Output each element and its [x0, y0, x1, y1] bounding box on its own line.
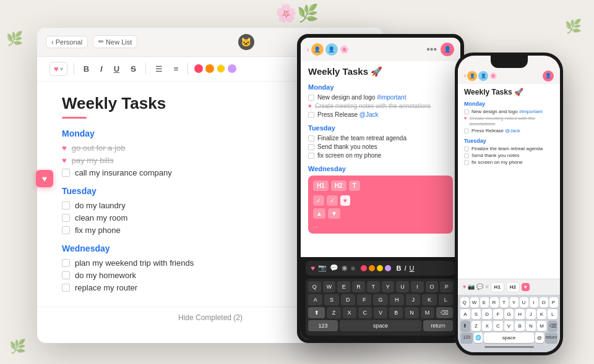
phone-key-shift[interactable]: ⬆ — [460, 321, 470, 331]
key-shift[interactable]: ⬆ — [308, 307, 325, 318]
phone-key-123[interactable]: 123 — [460, 332, 473, 343]
phone-key-e[interactable]: E — [480, 297, 489, 308]
task-checkbox[interactable] — [62, 284, 70, 292]
tablet-checkbox[interactable] — [308, 95, 314, 101]
color-dot-orange[interactable] — [369, 265, 375, 271]
toolbar-heart-icon[interactable]: ♥ — [311, 264, 315, 273]
phone-key-j[interactable]: J — [526, 309, 536, 320]
key-e[interactable]: E — [337, 281, 350, 292]
color-purple[interactable] — [228, 64, 236, 73]
heart-button[interactable]: ♥ ▾ — [50, 62, 67, 76]
phone-key-g[interactable]: G — [504, 309, 514, 320]
format-block-h2[interactable]: H2 — [506, 282, 520, 292]
key-space[interactable]: space — [340, 320, 421, 331]
phone-key-x[interactable]: X — [482, 321, 492, 331]
task-checkbox[interactable] — [62, 169, 70, 177]
phone-key-l[interactable]: L — [548, 309, 557, 320]
format-heart-icon[interactable]: ♥ — [463, 284, 466, 290]
phone-key-space[interactable]: space — [484, 332, 534, 343]
phone-key-q[interactable]: Q — [460, 297, 469, 308]
phone-key-d[interactable]: D — [482, 309, 492, 320]
phone-key-v[interactable]: V — [504, 321, 514, 331]
list-button-2[interactable]: ≡ — [171, 62, 182, 75]
phone-key-i[interactable]: I — [530, 297, 538, 308]
key-c[interactable]: C — [358, 307, 372, 318]
phone-key-return[interactable]: return — [545, 332, 557, 343]
phone-key-r[interactable]: R — [490, 297, 499, 308]
key-m[interactable]: M — [421, 307, 434, 318]
phone-key-globe[interactable]: 🌐 — [474, 332, 483, 343]
phone-key-k[interactable]: K — [537, 309, 547, 320]
key-123[interactable]: 123 — [308, 320, 338, 331]
key-b[interactable]: B — [389, 307, 403, 318]
format-heart-block[interactable]: ♥ — [522, 283, 530, 291]
new-list-button[interactable]: ✏ New List — [93, 35, 137, 48]
phone-checkbox[interactable] — [464, 153, 469, 158]
phone-key-n[interactable]: N — [526, 321, 536, 331]
toolbar-list-icon[interactable]: ≡ — [351, 265, 355, 272]
phone-checkbox[interactable] — [464, 160, 469, 165]
phone-key-c[interactable]: C — [493, 321, 503, 331]
color-dot-red[interactable] — [361, 265, 367, 271]
phone-key-m[interactable]: M — [537, 321, 547, 331]
phone-back-button[interactable]: ‹ 👤 👤 🌸 — [464, 71, 497, 81]
phone-key-b[interactable]: B — [515, 321, 525, 331]
color-dot-purple[interactable] — [385, 265, 391, 271]
tablet-checkbox[interactable] — [308, 135, 314, 142]
tablet-checkbox[interactable] — [308, 153, 314, 159]
phone-key-y[interactable]: Y — [510, 297, 519, 308]
key-l[interactable]: L — [439, 294, 453, 305]
phone-key-at[interactable]: @ — [535, 332, 544, 343]
key-p[interactable]: P — [440, 281, 453, 292]
key-return[interactable]: return — [423, 320, 453, 331]
phone-checkbox[interactable] — [464, 146, 469, 151]
key-k[interactable]: K — [422, 294, 436, 305]
bold-button[interactable]: B — [80, 62, 92, 75]
tablet-back-button[interactable]: ‹ 👤 👤 🌸 — [307, 43, 349, 56]
key-w[interactable]: W — [323, 281, 336, 292]
list-button-1[interactable]: ☰ — [152, 62, 166, 75]
phone-key-a[interactable]: A — [460, 309, 470, 320]
key-u[interactable]: U — [396, 281, 409, 292]
key-a[interactable]: A — [308, 294, 322, 305]
back-button[interactable]: ‹ Personal — [46, 36, 88, 48]
task-checkbox[interactable] — [62, 226, 70, 234]
phone-key-w[interactable]: W — [470, 297, 479, 308]
underline-button[interactable]: U — [111, 62, 123, 75]
phone-key-delete[interactable]: ⌫ — [548, 321, 557, 331]
key-o[interactable]: O — [426, 281, 439, 292]
italic-icon[interactable]: I — [405, 265, 407, 272]
task-checkbox[interactable] — [62, 259, 70, 267]
key-i[interactable]: I — [411, 281, 424, 292]
sidebar-heart-button[interactable]: ♥ — [36, 170, 53, 187]
key-z[interactable]: Z — [327, 307, 340, 318]
phone-key-u[interactable]: U — [520, 297, 528, 308]
phone-checkbox[interactable] — [464, 129, 469, 133]
key-q[interactable]: Q — [308, 281, 321, 292]
phone-checkbox[interactable] — [464, 109, 469, 114]
phone-key-s[interactable]: S — [471, 309, 481, 320]
key-delete[interactable]: ⌫ — [436, 307, 453, 318]
toolbar-bubble-icon[interactable]: 💬 — [330, 264, 338, 272]
color-red[interactable] — [194, 64, 203, 73]
phone-key-f[interactable]: F — [493, 309, 503, 320]
phone-key-p[interactable]: P — [549, 297, 558, 308]
color-yellow[interactable] — [217, 64, 225, 73]
strikethrough-button[interactable]: S — [127, 62, 139, 75]
toolbar-camera-icon[interactable]: 📷 — [318, 264, 327, 272]
phone-key-o[interactable]: O — [540, 297, 548, 308]
phone-key-h[interactable]: H — [515, 309, 525, 320]
key-j[interactable]: J — [406, 294, 420, 305]
italic-button[interactable]: I — [97, 62, 106, 75]
key-y[interactable]: Y — [382, 281, 395, 292]
key-d[interactable]: D — [341, 294, 355, 305]
color-orange[interactable] — [205, 64, 214, 73]
phone-key-z[interactable]: Z — [471, 321, 481, 331]
underline-icon[interactable]: U — [410, 265, 415, 272]
format-bubble-icon[interactable]: 💬 — [476, 284, 483, 290]
color-dot-yellow[interactable] — [377, 265, 383, 271]
task-checkbox[interactable] — [62, 201, 70, 210]
phone-key-t[interactable]: T — [500, 297, 509, 308]
key-v[interactable]: V — [374, 307, 387, 318]
more-button[interactable]: ••• — [426, 44, 437, 55]
